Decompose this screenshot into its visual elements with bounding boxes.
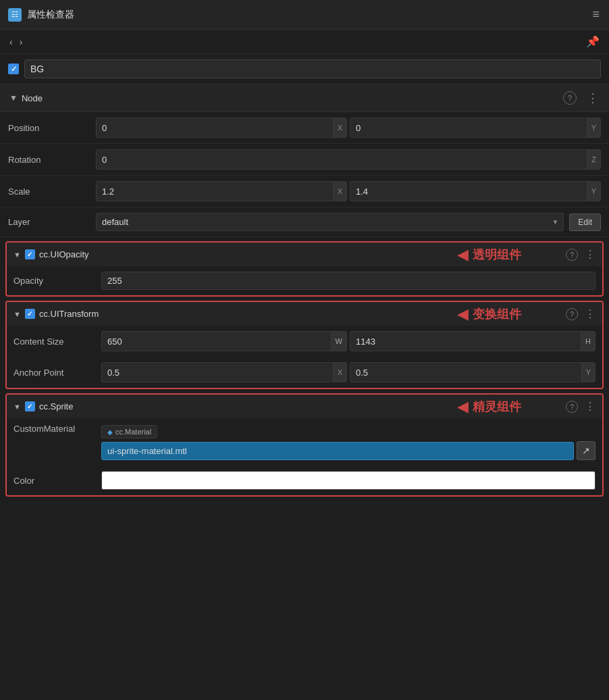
position-x-axis: X: [333, 118, 346, 137]
sprite-arrow-icon: ◀: [457, 398, 469, 416]
position-y-input[interactable]: [350, 120, 587, 136]
anchor-point-x-axis: X: [333, 363, 346, 382]
content-size-w-group: W: [101, 331, 347, 351]
position-x-group: X: [96, 118, 347, 138]
content-size-h-axis: H: [581, 332, 595, 351]
position-y-axis: Y: [587, 118, 600, 137]
layer-edit-button[interactable]: Edit: [569, 214, 601, 231]
opacity-input[interactable]: [101, 272, 595, 290]
custom-material-inner: CustomMaterial ◆ cc.Material ↗: [14, 424, 595, 460]
material-file-input[interactable]: [101, 442, 574, 460]
pin-icon[interactable]: 📌: [586, 35, 600, 48]
node-section-actions: ? ⋮: [563, 91, 600, 105]
scale-x-group: X: [96, 181, 347, 201]
material-file-row: ↗: [101, 441, 595, 460]
ui-transform-header[interactable]: ▼ cc.UITransform ◀ 变换组件 ? ⋮: [7, 302, 602, 326]
ui-opacity-annotation-text: 透明组件: [473, 247, 521, 263]
material-link-button[interactable]: ↗: [577, 441, 595, 460]
content-size-w-input[interactable]: [102, 333, 331, 350]
scale-row: Scale X Y: [0, 176, 609, 207]
position-label: Position: [8, 123, 96, 133]
custom-material-label: CustomMaterial: [14, 424, 101, 434]
ui-opacity-actions: ? ⋮: [566, 248, 595, 261]
ui-opacity-header[interactable]: ▼ cc.UIOpacity ◀ 透明组件 ? ⋮: [7, 243, 602, 266]
node-chevron-icon: ▼: [9, 93, 18, 103]
scale-fields: X Y: [96, 181, 601, 201]
anchor-point-y-group: Y: [350, 362, 595, 382]
rotation-fields: Z: [96, 149, 601, 170]
custom-material-fields: ◆ cc.Material ↗: [101, 424, 595, 460]
panel-icon: ☷: [8, 8, 22, 22]
ui-transform-annotation-text: 变换组件: [473, 306, 521, 322]
sprite-section: ▼ cc.Sprite ◀ 精灵组件 ? ⋮ CustomMaterial ◆ …: [5, 393, 604, 497]
rotation-z-axis: Z: [587, 150, 600, 169]
ui-transform-annotation: ◀ 变换组件: [457, 305, 521, 323]
nav-bar: ‹ › 📌: [0, 30, 609, 54]
sprite-annotation: ◀ 精灵组件: [457, 398, 521, 416]
ui-transform-help-button[interactable]: ?: [566, 308, 578, 320]
layer-row: Layer default ▼ Edit: [0, 207, 609, 237]
position-fields: X Y: [96, 118, 601, 138]
material-badge: ◆ cc.Material: [101, 425, 157, 439]
ui-transform-more-button[interactable]: ⋮: [585, 307, 595, 320]
ui-transform-arrow-icon: ◀: [457, 305, 469, 323]
ui-opacity-checkbox[interactable]: [25, 249, 35, 259]
node-help-button[interactable]: ?: [563, 91, 577, 105]
content-size-label: Content Size: [14, 336, 101, 347]
node-more-button[interactable]: ⋮: [586, 91, 600, 105]
layer-select-wrapper: default ▼ Edit: [96, 213, 601, 231]
content-size-row: Content Size W H: [7, 326, 602, 357]
panel-menu-icon[interactable]: ≡: [592, 7, 601, 22]
opacity-fields: [101, 272, 595, 290]
content-area: ‹ › 📌 ▼ Node ? ⋮ Position X: [0, 30, 609, 700]
ui-transform-checkbox[interactable]: [25, 309, 35, 319]
rotation-z-input[interactable]: [97, 151, 587, 168]
panel-header: ☷ 属性检查器 ≡: [0, 0, 609, 30]
ui-opacity-more-button[interactable]: ⋮: [585, 248, 595, 261]
node-enabled-checkbox[interactable]: [8, 64, 19, 74]
rotation-row: Rotation Z: [0, 144, 609, 176]
position-x-input[interactable]: [97, 120, 333, 136]
panel-title: 属性检查器: [27, 9, 592, 21]
sprite-more-button[interactable]: ⋮: [585, 400, 595, 413]
ui-opacity-help-button[interactable]: ?: [566, 249, 578, 261]
scale-y-group: Y: [350, 181, 601, 201]
sprite-annotation-text: 精灵组件: [473, 399, 521, 415]
scale-x-axis: X: [333, 182, 346, 201]
back-button[interactable]: ‹: [9, 36, 13, 47]
scale-y-axis: Y: [587, 182, 600, 201]
scale-label: Scale: [8, 186, 96, 197]
node-name-input[interactable]: [24, 59, 601, 78]
anchor-point-y-axis: Y: [581, 363, 595, 382]
color-row: Color: [7, 466, 602, 495]
anchor-point-row: Anchor Point X Y: [7, 357, 602, 388]
node-section-header[interactable]: ▼ Node ? ⋮: [0, 84, 609, 112]
ui-transform-section: ▼ cc.UITransform ◀ 变换组件 ? ⋮ Content Size…: [5, 301, 604, 389]
anchor-point-y-input[interactable]: [350, 364, 581, 381]
scale-x-input[interactable]: [97, 183, 333, 200]
ui-transform-actions: ? ⋮: [566, 307, 595, 320]
anchor-point-x-group: X: [101, 362, 347, 382]
scale-y-input[interactable]: [350, 183, 587, 200]
rotation-label: Rotation: [8, 155, 96, 165]
custom-material-row: CustomMaterial ◆ cc.Material ↗: [7, 418, 602, 466]
node-name-row: [0, 54, 609, 84]
sprite-checkbox[interactable]: [25, 401, 35, 411]
sprite-help-button[interactable]: ?: [566, 401, 578, 413]
anchor-point-x-input[interactable]: [102, 364, 333, 381]
color-field[interactable]: [101, 471, 595, 490]
layer-select[interactable]: default: [96, 213, 564, 231]
anchor-point-fields: X Y: [101, 362, 595, 382]
forward-button[interactable]: ›: [20, 36, 23, 47]
material-badge-label: cc.Material: [115, 428, 151, 436]
layer-select-container: default ▼: [96, 213, 564, 231]
opacity-label: Opacity: [14, 276, 101, 286]
content-size-h-input[interactable]: [350, 333, 581, 350]
node-section: ▼ Node ? ⋮ Position X Y Rota: [0, 84, 609, 237]
ui-opacity-annotation: ◀ 透明组件: [457, 246, 521, 264]
position-row: Position X Y: [0, 112, 609, 144]
content-size-h-group: H: [350, 331, 595, 351]
sprite-header[interactable]: ▼ cc.Sprite ◀ 精灵组件 ? ⋮: [7, 395, 602, 418]
ui-opacity-chevron-icon: ▼: [14, 251, 21, 259]
rotation-z-group: Z: [96, 149, 601, 170]
